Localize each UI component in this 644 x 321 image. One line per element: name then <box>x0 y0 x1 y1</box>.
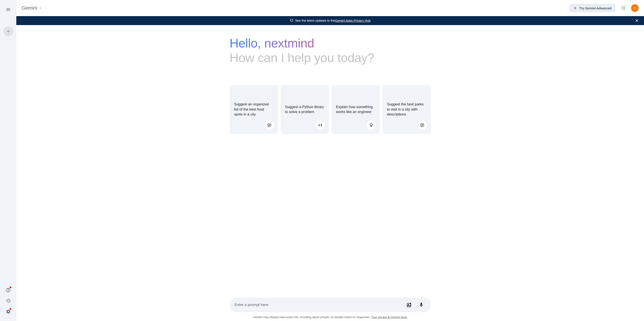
svg-point-3 <box>623 7 624 7</box>
close-icon <box>634 18 639 23</box>
svg-point-4 <box>624 7 625 7</box>
svg-point-7 <box>624 8 625 8</box>
disclaimer-link[interactable]: Your privacy & Gemini Apps <box>371 315 407 319</box>
sidebar <box>0 0 16 321</box>
suggestion-card[interactable]: Suggest the best parks to visit in a cit… <box>382 85 431 134</box>
header: Gemini Try Gemini Advanced n <box>16 0 644 16</box>
subgreeting: How can I help you today? <box>230 50 431 65</box>
suggestion-card[interactable]: Suggest an organized list of the best fo… <box>230 85 278 134</box>
try-advanced-label: Try Gemini Advanced <box>580 6 611 10</box>
avatar-initial: n <box>634 6 636 10</box>
disclaimer-text: Gemini may display inaccurate info, incl… <box>253 315 371 319</box>
code-icon <box>316 120 325 130</box>
lightbulb-icon <box>366 120 376 130</box>
main-area: Gemini Try Gemini Advanced n See the lat… <box>16 0 644 321</box>
hamburger-icon <box>6 7 11 12</box>
sparkle-icon <box>573 6 577 10</box>
help-icon <box>6 288 11 292</box>
mic-icon <box>418 302 424 307</box>
try-advanced-button[interactable]: Try Gemini Advanced <box>569 4 616 12</box>
svg-marker-12 <box>268 125 270 126</box>
prompt-input-bar <box>230 297 431 312</box>
card-text: Explain how something works like an engi… <box>336 105 376 115</box>
settings-button[interactable] <box>3 307 13 316</box>
banner-close-button[interactable] <box>633 17 640 24</box>
suggestion-cards: Suggest an organized list of the best fo… <box>230 85 431 134</box>
new-chat-button[interactable] <box>3 27 13 36</box>
history-icon <box>6 298 11 303</box>
notification-dot <box>10 308 12 310</box>
card-text: Suggest the best parks to visit in a cit… <box>387 102 426 117</box>
disclaimer: Gemini may display inaccurate info, incl… <box>230 315 431 319</box>
mic-button[interactable] <box>416 300 426 309</box>
card-text: Suggest an organized list of the best fo… <box>234 102 274 117</box>
prompt-input[interactable] <box>234 303 402 307</box>
suggestion-card[interactable]: Suggest a Python library to solve a prob… <box>281 85 329 134</box>
history-button[interactable] <box>3 296 13 306</box>
suggestion-card[interactable]: Explain how something works like an engi… <box>332 85 380 134</box>
image-icon <box>406 302 412 307</box>
notification-dot <box>10 286 12 288</box>
svg-point-10 <box>624 9 625 10</box>
plus-icon <box>6 29 11 34</box>
chevron-down-icon <box>39 7 42 10</box>
privacy-banner: See the latest updates to the Gemini App… <box>16 16 644 25</box>
banner-text: See the latest updates to the <box>295 19 335 22</box>
badge-icon <box>290 19 294 22</box>
svg-point-9 <box>623 9 624 10</box>
greeting: Hello, nextmind <box>230 36 431 50</box>
compass-icon <box>418 120 427 130</box>
app-title: Gemini <box>22 5 37 11</box>
avatar[interactable]: n <box>631 4 639 12</box>
help-button[interactable] <box>3 285 13 295</box>
menu-button[interactable] <box>3 5 13 14</box>
svg-marker-14 <box>422 125 422 126</box>
google-apps-button[interactable] <box>618 3 628 13</box>
svg-point-5 <box>622 8 622 8</box>
gear-icon <box>6 309 11 314</box>
banner-link[interactable]: Gemini Apps Privacy Hub <box>335 19 370 22</box>
svg-point-2 <box>622 7 622 7</box>
content: Hello, nextmind How can I help you today… <box>16 25 644 321</box>
svg-point-1 <box>8 291 8 291</box>
upload-image-button[interactable] <box>404 300 414 309</box>
svg-point-8 <box>622 9 622 10</box>
compass-icon <box>264 120 274 130</box>
card-text: Suggest a Python library to solve a prob… <box>285 105 324 115</box>
app-title-dropdown[interactable]: Gemini <box>22 5 42 11</box>
apps-grid-icon <box>621 6 626 10</box>
svg-point-6 <box>623 8 624 8</box>
